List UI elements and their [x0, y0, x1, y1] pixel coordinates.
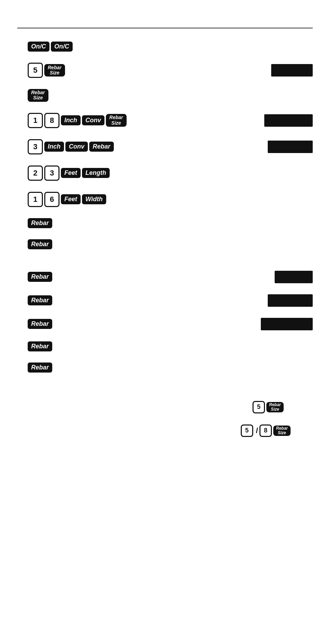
btn-num-5-b[interactable]: 5: [253, 401, 265, 413]
black-bar-2: [264, 114, 313, 127]
btn-num-3-b[interactable]: 3: [44, 166, 59, 181]
btn-rebar-c[interactable]: Rebar: [28, 239, 52, 249]
btn-length-1[interactable]: Length: [82, 168, 110, 178]
row-bottom-5-rebarsize: 5 RebarSize: [28, 401, 313, 413]
btn-rebar-b[interactable]: Rebar: [28, 218, 52, 228]
btn-num-3-a[interactable]: 3: [28, 139, 43, 154]
top-divider: [17, 28, 313, 28]
row-5-rebarsize: 5 RebarSize: [28, 63, 313, 78]
btn-conv-2[interactable]: Conv: [65, 142, 88, 152]
btn-width-1[interactable]: Width: [82, 194, 106, 204]
row-onc: On/C On/C: [28, 42, 313, 52]
btn-rebarsize-sm-1[interactable]: RebarSize: [266, 402, 284, 412]
btn-rebarsize-sm-2[interactable]: RebarSize: [273, 426, 291, 436]
btn-onc-1[interactable]: On/C: [28, 42, 49, 52]
row-rebar-2: Rebar: [28, 239, 313, 249]
row-rebar-list-2: Rebar: [28, 294, 313, 307]
btn-rebar-list-4[interactable]: Rebar: [28, 341, 52, 351]
slash-divider: /: [256, 426, 258, 435]
row-rebarsize-only: RebarSize: [28, 89, 313, 102]
black-bar-1: [271, 64, 313, 77]
btn-conv-1[interactable]: Conv: [82, 115, 104, 125]
btn-rebar-list-3[interactable]: Rebar: [28, 319, 52, 329]
btn-num-6-a[interactable]: 6: [44, 192, 59, 207]
black-bar-list-2: [268, 294, 313, 307]
row-rebar-list-1: Rebar: [28, 271, 313, 283]
btn-rebar-a[interactable]: Rebar: [89, 142, 114, 152]
row-rebar-list-3: Rebar: [28, 318, 313, 330]
btn-num-8-b[interactable]: 8: [259, 424, 272, 437]
page: On/C On/C 5 RebarSize RebarSize 1 8 Inch…: [0, 0, 330, 644]
row-rebar-list-4: Rebar: [28, 341, 313, 351]
row-23-feet-length: 2 3 Feet Length: [28, 166, 313, 181]
btn-feet-2[interactable]: Feet: [61, 194, 81, 204]
row-rebar-1: Rebar: [28, 218, 313, 228]
btn-rebar-list-2[interactable]: Rebar: [28, 295, 52, 305]
black-bar-3: [268, 141, 313, 153]
btn-rebar-list-5[interactable]: Rebar: [28, 363, 52, 373]
row-16-feet-width: 1 6 Feet Width: [28, 192, 313, 207]
btn-rebarsize-2[interactable]: RebarSize: [28, 89, 48, 102]
btn-num-1-a[interactable]: 1: [28, 113, 43, 128]
btn-num-1-b[interactable]: 1: [28, 192, 43, 207]
black-bar-list-1: [275, 271, 313, 283]
btn-num-2-a[interactable]: 2: [28, 166, 43, 181]
btn-onc-2[interactable]: On/C: [51, 42, 73, 52]
row-rebar-list-5: Rebar: [28, 363, 313, 373]
black-bar-list-3: [261, 318, 313, 330]
btn-rebar-list-1[interactable]: Rebar: [28, 272, 52, 282]
btn-inch-1[interactable]: Inch: [61, 115, 81, 125]
row-bottom-5-slash-8-rebarsize: 5 / 8 RebarSize: [28, 424, 313, 437]
btn-inch-2[interactable]: Inch: [44, 142, 64, 152]
btn-num-5-c[interactable]: 5: [241, 424, 253, 437]
btn-num-5-a[interactable]: 5: [28, 63, 43, 78]
row-18-inch-conv-rebarsize: 1 8 Inch Conv RebarSize: [28, 113, 313, 128]
btn-rebarsize-1[interactable]: RebarSize: [44, 64, 65, 77]
btn-feet-1[interactable]: Feet: [61, 168, 81, 178]
btn-rebarsize-3[interactable]: RebarSize: [106, 114, 127, 127]
row-3-inch-conv-rebar: 3 Inch Conv Rebar: [28, 139, 313, 154]
btn-num-8-a[interactable]: 8: [44, 113, 59, 128]
